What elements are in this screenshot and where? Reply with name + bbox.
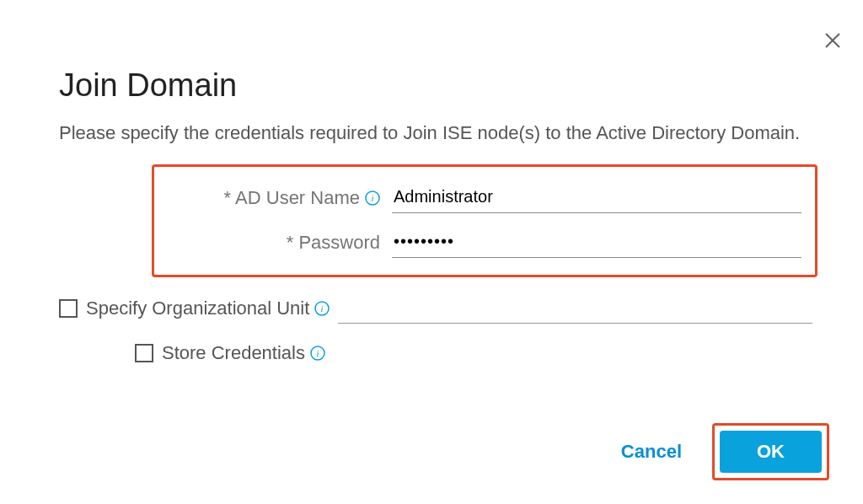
- ok-highlight: OK: [712, 423, 829, 480]
- org-unit-checkbox[interactable]: [59, 299, 78, 318]
- info-icon[interactable]: i: [314, 301, 330, 316]
- ad-username-label-text: * AD User Name: [224, 187, 360, 209]
- svg-text:i: i: [321, 303, 324, 314]
- ad-username-row: * AD User Name i: [178, 184, 801, 213]
- store-credentials-row: Store Credentials i: [135, 342, 812, 364]
- ad-username-input-wrap: [392, 184, 801, 213]
- ad-username-label: * AD User Name i: [178, 187, 380, 209]
- password-input[interactable]: [392, 228, 801, 258]
- join-domain-dialog: Join Domain Please specify the credentia…: [0, 0, 863, 504]
- ok-button[interactable]: OK: [720, 431, 822, 473]
- ad-username-input[interactable]: [392, 184, 801, 213]
- dialog-button-bar: Cancel OK: [616, 423, 829, 480]
- svg-text:i: i: [316, 348, 319, 358]
- password-label: * Password: [178, 232, 380, 254]
- store-credentials-checkbox[interactable]: [135, 344, 153, 362]
- password-input-wrap: [392, 228, 801, 258]
- dialog-description: Please specify the credentials required …: [59, 121, 812, 146]
- org-unit-label-group: Specify Organizational Unit i: [59, 298, 330, 319]
- org-unit-row: Specify Organizational Unit i: [59, 294, 812, 324]
- cancel-button[interactable]: Cancel: [616, 440, 687, 464]
- close-icon[interactable]: [823, 30, 843, 51]
- org-unit-label: Specify Organizational Unit: [86, 298, 309, 319]
- password-row: * Password: [178, 228, 801, 258]
- svg-text:i: i: [371, 193, 373, 203]
- org-unit-input[interactable]: [338, 294, 812, 324]
- info-icon[interactable]: i: [365, 190, 380, 206]
- dialog-title: Join Domain: [59, 67, 812, 104]
- info-icon[interactable]: i: [310, 346, 325, 361]
- password-label-text: * Password: [287, 232, 380, 254]
- credentials-highlight: * AD User Name i * Password: [152, 164, 817, 277]
- store-credentials-label: Store Credentials: [162, 342, 305, 364]
